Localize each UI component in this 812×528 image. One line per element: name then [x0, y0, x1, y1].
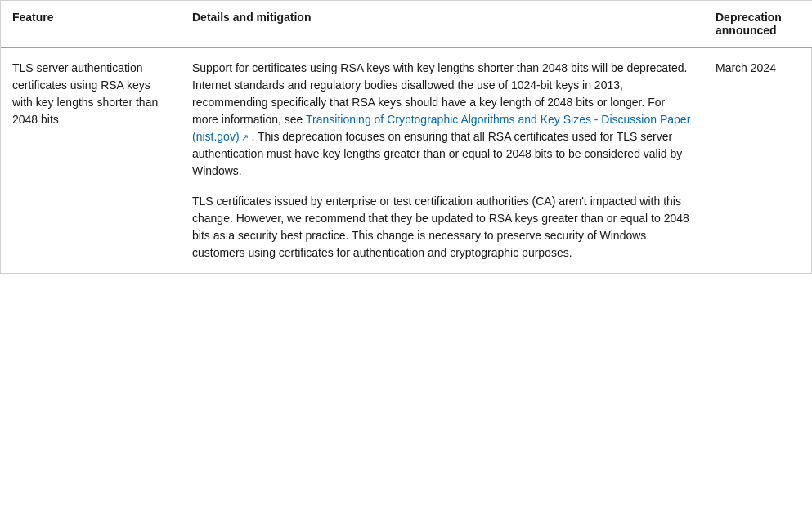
feature-column-header: Feature	[1, 1, 181, 47]
details-paragraph-2: TLS certificates issued by enterprise or…	[192, 193, 693, 262]
deprecation-table: Feature Details and mitigation Deprecati…	[0, 0, 812, 274]
deprecation-column-header: Deprecation announced	[704, 1, 812, 47]
details-cell: Support for certificates using RSA keys …	[181, 47, 704, 273]
table-row: TLS server authentication certificates u…	[1, 47, 812, 273]
deprecation-date: March 2024	[716, 61, 776, 74]
table-header-row: Feature Details and mitigation Deprecati…	[1, 1, 812, 47]
details-column-header: Details and mitigation	[181, 1, 704, 47]
feature-text: TLS server authentication certificates u…	[12, 61, 158, 126]
details-link-suffix: . This deprecation focuses on ensuring t…	[192, 130, 682, 177]
feature-cell: TLS server authentication certificates u…	[1, 47, 181, 273]
external-link-icon: ↗	[241, 131, 249, 145]
deprecation-cell: March 2024	[704, 47, 812, 273]
details-paragraph-1: Support for certificates using RSA keys …	[192, 60, 693, 180]
